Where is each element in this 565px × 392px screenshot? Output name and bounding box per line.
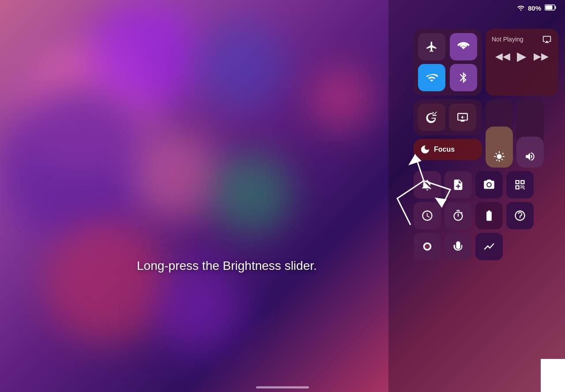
now-playing-controls: ◀◀ ▶ ▶▶ — [492, 49, 552, 63]
wifi-button[interactable] — [418, 64, 445, 91]
svg-point-5 — [425, 244, 430, 249]
cc-row-1: Not Playing ◀◀ ▶ ▶▶ — [414, 29, 558, 96]
focus-button[interactable]: Focus — [414, 139, 482, 160]
qr-code-button[interactable] — [506, 171, 534, 198]
connectivity-block — [414, 29, 482, 96]
brightness-slider[interactable] — [486, 99, 513, 168]
svg-rect-2 — [555, 6, 556, 9]
volume-slider[interactable] — [516, 99, 544, 168]
note-add-button[interactable] — [444, 171, 472, 198]
svg-rect-3 — [546, 6, 553, 10]
cc-grid — [414, 171, 558, 260]
stocks-button[interactable] — [475, 233, 503, 260]
white-corner-rect — [541, 359, 565, 392]
cc-row-2: Focus — [414, 99, 558, 168]
alarm-button[interactable] — [414, 202, 441, 229]
lock-mirror-group — [414, 99, 482, 135]
svg-point-0 — [520, 10, 521, 11]
screen-mirror-button[interactable] — [449, 104, 476, 131]
hotspot-button[interactable] — [450, 33, 477, 60]
stopwatch-button[interactable] — [444, 202, 472, 229]
silent-mode-button[interactable] — [414, 171, 441, 198]
record-button[interactable] — [414, 233, 441, 260]
status-bar: 80% — [517, 4, 556, 12]
rewind-button[interactable]: ◀◀ — [495, 51, 510, 62]
bluetooth-button[interactable] — [450, 64, 477, 91]
instruction-text: Long-press the Brightness slider. — [137, 259, 317, 273]
home-indicator[interactable] — [256, 386, 309, 388]
battery-icon — [545, 4, 556, 12]
rotation-lock-button[interactable] — [418, 104, 445, 131]
airplane-mode-button[interactable] — [418, 33, 445, 60]
now-playing-title: Not Playing — [492, 36, 524, 43]
battery-button[interactable] — [475, 202, 503, 229]
airplay-button[interactable] — [542, 34, 552, 45]
voice-memo-button[interactable] — [444, 233, 472, 260]
shazam-button[interactable] — [506, 202, 534, 229]
wifi-status-icon — [517, 4, 524, 12]
now-playing-header: Not Playing — [492, 34, 552, 45]
control-center: Not Playing ◀◀ ▶ ▶▶ — [414, 29, 558, 260]
now-playing-block: Not Playing ◀◀ ▶ ▶▶ — [486, 29, 558, 96]
fast-forward-button[interactable]: ▶▶ — [534, 51, 549, 62]
play-button[interactable]: ▶ — [517, 49, 527, 63]
battery-percentage: 80% — [528, 4, 541, 12]
focus-label: Focus — [434, 146, 455, 153]
camera-button[interactable] — [475, 171, 503, 198]
